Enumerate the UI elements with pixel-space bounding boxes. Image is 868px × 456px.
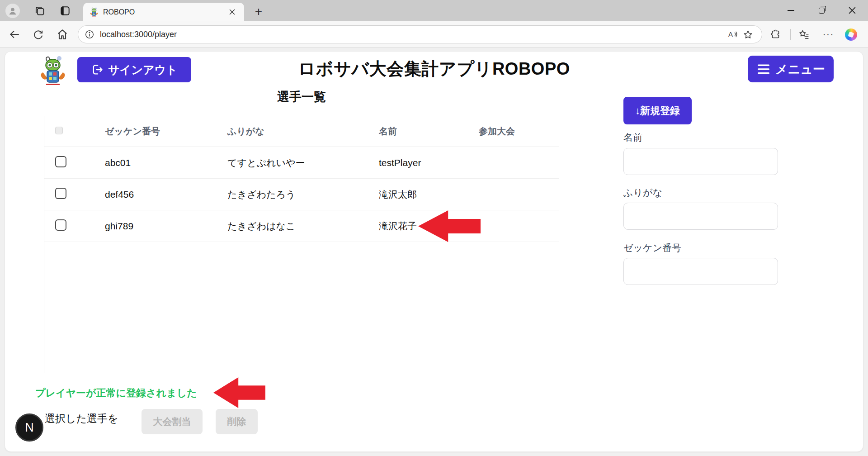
table-row: def456 たきざわたろう 滝沢太郎	[44, 179, 559, 210]
read-aloud-button[interactable]: A	[725, 27, 740, 42]
address-bar[interactable]: localhost:3000/player A	[78, 25, 762, 43]
hamburger-icon	[756, 63, 771, 75]
row-checkbox[interactable]	[55, 156, 66, 167]
name-field[interactable]	[623, 148, 778, 175]
back-button[interactable]	[5, 25, 24, 43]
tab-title: ROBOPO	[103, 8, 226, 16]
profile-button[interactable]	[5, 4, 20, 18]
browser-window: ROBOPO +	[0, 0, 868, 456]
cell-name: 滝沢太郎	[368, 188, 468, 201]
close-icon	[849, 7, 856, 14]
split-screen-icon	[59, 5, 71, 17]
furigana-label: ふりがな	[623, 186, 662, 199]
new-tab-button[interactable]: +	[250, 3, 268, 20]
select-all-checkbox[interactable]	[55, 127, 63, 134]
cell-furigana: てすとぷれいやー	[217, 157, 368, 169]
bib-label: ゼッケン番号	[623, 242, 681, 254]
ellipsis-icon: ···	[823, 28, 834, 40]
browser-toolbar: localhost:3000/player A ···	[0, 21, 868, 48]
register-button[interactable]: ↓新規登録	[623, 97, 692, 124]
site-info-icon	[85, 29, 94, 39]
browser-tab[interactable]: ROBOPO	[83, 3, 244, 21]
window-close-button[interactable]	[843, 1, 862, 20]
copilot-icon	[845, 28, 857, 41]
puzzle-icon	[770, 29, 781, 40]
cell-name: testPlayer	[368, 157, 468, 168]
column-header-tournament: 参加大会	[468, 125, 559, 138]
player-table: ゼッケン番号 ふりがな 名前 参加大会 abc01 てすとぷれいやー testP…	[44, 116, 559, 373]
selection-label: 選択した選手を	[45, 412, 118, 426]
favorites-button[interactable]	[795, 25, 813, 43]
extensions-button[interactable]	[767, 25, 785, 43]
annotation-arrow-icon	[213, 377, 265, 408]
minimize-icon	[788, 10, 794, 11]
cell-furigana: たきざわたろう	[217, 188, 368, 201]
name-label: 名前	[623, 131, 642, 144]
bib-field[interactable]	[623, 258, 778, 285]
workspaces-icon	[34, 5, 46, 17]
window-minimize-button[interactable]	[781, 1, 800, 20]
cell-bib: def456	[94, 189, 217, 200]
workspaces-button[interactable]	[33, 4, 47, 18]
avatar-icon	[5, 4, 20, 18]
window-restore-button[interactable]	[812, 1, 831, 20]
back-icon	[9, 28, 20, 40]
column-header-bib: ゼッケン番号	[94, 125, 217, 138]
copilot-button[interactable]	[842, 25, 860, 43]
row-checkbox[interactable]	[55, 188, 66, 199]
favorites-list-icon	[798, 29, 810, 40]
page-background: サインアウト ロボサバ大会集計アプリROBOPO メニュー 選手一覧 ゼッケン番…	[0, 48, 868, 456]
table-row: ghi789 たきざわはなこ 滝沢花子	[44, 210, 559, 242]
home-button[interactable]	[53, 25, 71, 43]
menu-button[interactable]: メニュー	[748, 56, 834, 82]
tab-actions-button[interactable]	[58, 4, 72, 18]
cell-furigana: たきざわはなこ	[217, 220, 368, 233]
table-header-row: ゼッケン番号 ふりがな 名前 参加大会	[44, 116, 559, 147]
column-header-furigana: ふりがな	[217, 125, 368, 138]
settings-more-button[interactable]: ···	[819, 25, 837, 43]
read-aloud-icon: A	[727, 29, 738, 40]
star-icon	[743, 29, 753, 40]
delete-button[interactable]: 削除	[216, 409, 258, 434]
row-checkbox[interactable]	[55, 219, 66, 231]
favorite-star-button[interactable]	[740, 27, 755, 42]
refresh-button[interactable]	[29, 25, 47, 43]
cell-bib: ghi789	[94, 221, 217, 232]
svg-text:A: A	[728, 30, 733, 38]
dev-badge-label: N	[25, 421, 34, 435]
robopo-favicon	[90, 7, 99, 17]
nextjs-dev-badge[interactable]: N	[15, 413, 43, 442]
column-header-name: 名前	[368, 125, 468, 138]
assign-tournament-button[interactable]: 大会割当	[142, 409, 203, 434]
app-card: サインアウト ロボサバ大会集計アプリROBOPO メニュー 選手一覧 ゼッケン番…	[5, 51, 863, 452]
close-icon	[229, 9, 235, 15]
cell-bib: abc01	[94, 157, 217, 168]
menu-label: メニュー	[775, 61, 825, 77]
restore-icon	[819, 8, 825, 14]
furigana-field[interactable]	[623, 203, 778, 230]
url-text[interactable]: localhost:3000/player	[100, 30, 725, 39]
success-message: プレイヤーが正常に登録されました	[35, 386, 197, 400]
tab-close-button[interactable]	[226, 6, 238, 18]
table-row: abc01 てすとぷれいやー testPlayer	[44, 147, 559, 179]
tab-strip: ROBOPO +	[0, 0, 868, 21]
page-title: ロボサバ大会集計アプリROBOPO	[5, 57, 863, 81]
toolbar-divider	[790, 29, 791, 40]
refresh-icon	[33, 29, 44, 40]
player-list-heading: 選手一覧	[44, 89, 559, 105]
home-icon	[57, 28, 68, 40]
